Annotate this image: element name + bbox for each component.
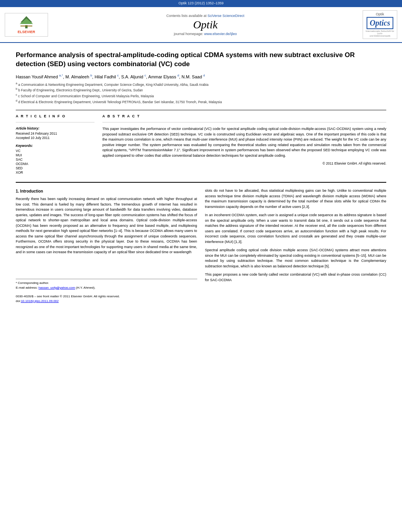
body-col-right: slots do not have to be allocated, thus …: [205, 188, 387, 304]
doi-link[interactable]: 10.1016/j.ijleo.2011.09.002: [21, 299, 59, 303]
optik-label: Optik: [365, 12, 395, 16]
intro-heading: 1. Introduction: [16, 188, 197, 194]
footnote-email: E-mail address: hassan_uofg@yahoo.com (H…: [16, 285, 197, 290]
keyword-mui: MUI: [16, 153, 94, 157]
keyword-sed: SED: [16, 166, 94, 170]
optik-brand-text: Optics: [370, 19, 390, 28]
paper-title: Performance analysis of spectral-amplitu…: [16, 51, 386, 69]
article-history-title: Article history:: [16, 126, 94, 130]
optik-logo-box: Optik Optics Internationale Zeitschrift …: [363, 10, 397, 39]
keywords-title: Keywords:: [16, 144, 94, 148]
right-para4: This paper proposes a new code family ca…: [205, 272, 387, 283]
elsevier-tree-icon: [17, 15, 36, 29]
optik-brand-box: Optics: [367, 17, 393, 29]
keyword-ocdma: OCDMA: [16, 162, 94, 166]
right-para3: Spectral amplitude coding optical code d…: [205, 248, 387, 269]
footnote-area: * Corresponding author. E-mail address: …: [16, 279, 197, 304]
affiliation-a: a a Communication & Networking Engineeri…: [16, 82, 386, 87]
sciverse-link[interactable]: SciVerse ScienceDirect: [207, 14, 245, 18]
body-col-left: 1. Introduction Recently there has been …: [16, 188, 197, 304]
abstract-text: This paper investigates the performance …: [102, 126, 386, 158]
article-info-col: A R T I C L E I N F O Article history: R…: [16, 114, 94, 175]
elsevier-logo: ELSEVIER: [5, 13, 48, 37]
footnote-corresponding: * Corresponding author.: [16, 281, 197, 285]
journal-center: Contents lists available at SciVerse Sci…: [48, 14, 363, 36]
doi-line: doi:10.1016/j.ijleo.2011.09.002: [16, 299, 197, 304]
abstract-copyright: © 2011 Elsevier GmbH. All rights reserve…: [102, 161, 386, 165]
article-info-abstract: A R T I C L E I N F O Article history: R…: [16, 110, 386, 175]
copyright-line: 0030-4026/$ – see front matter © 2011 El…: [16, 294, 197, 299]
svg-rect-3: [20, 26, 32, 26]
journal-title: Optik: [48, 19, 363, 31]
homepage-line: journal homepage: www.elsevier.de/ijleo: [48, 32, 363, 36]
elsevier-text: ELSEVIER: [18, 30, 35, 34]
right-para2: In an incoherent OCDMA system, each user…: [205, 213, 387, 245]
article-info-label: A R T I C L E I N F O: [16, 114, 94, 118]
keyword-sac: SAC: [16, 158, 94, 161]
accepted-date: Accepted 10 July 2011: [16, 136, 94, 140]
footnote-divider: [16, 279, 197, 279]
affiliation-c: c c School of Computer and Communication…: [16, 93, 386, 99]
homepage-link[interactable]: www.elsevier.de/ijleo: [204, 32, 237, 36]
email-link[interactable]: hassan_uofg@yahoo.com: [39, 286, 75, 289]
journal-header: ELSEVIER Contents lists available at Sci…: [0, 6, 402, 43]
paper-content: Performance analysis of spectral-amplitu…: [0, 43, 402, 311]
keyword-vc: VC: [16, 149, 94, 153]
affiliation-b: b b Faculty of Engineering, Electronics …: [16, 87, 386, 93]
affiliations: a a Communication & Networking Engineeri…: [16, 82, 386, 105]
divider: [16, 122, 94, 122]
received-date: Received 24 February 2011: [16, 132, 94, 135]
body-two-col: 1. Introduction Recently there has been …: [16, 182, 386, 304]
abstract-divider: [102, 122, 386, 122]
keyword-xor: XOR: [16, 171, 94, 174]
abstract-col: A B S T R A C T This paper investigates …: [102, 114, 386, 175]
right-para1: slots do not have to be allocated, thus …: [205, 188, 387, 209]
doi-bar: Optik 123 (2012) 1352–1359: [0, 0, 402, 6]
optik-tagline: Internationale Zeitschrift für Licht-und…: [365, 30, 395, 37]
homepage-text: journal homepage:: [174, 32, 204, 36]
authors-line: Hassan Yousif Ahmed a,*, M. Almaleeh b, …: [16, 74, 386, 79]
doi-text: Optik 123 (2012) 1352–1359: [178, 1, 224, 5]
contents-text: Contents lists available at: [166, 14, 207, 18]
affiliation-d: d d Electrical & Electronic Engineering …: [16, 99, 386, 105]
abstract-label: A B S T R A C T: [102, 114, 386, 118]
contents-line: Contents lists available at SciVerse Sci…: [48, 14, 363, 18]
intro-para1: Recently there has been rapidly increasi…: [16, 196, 197, 255]
